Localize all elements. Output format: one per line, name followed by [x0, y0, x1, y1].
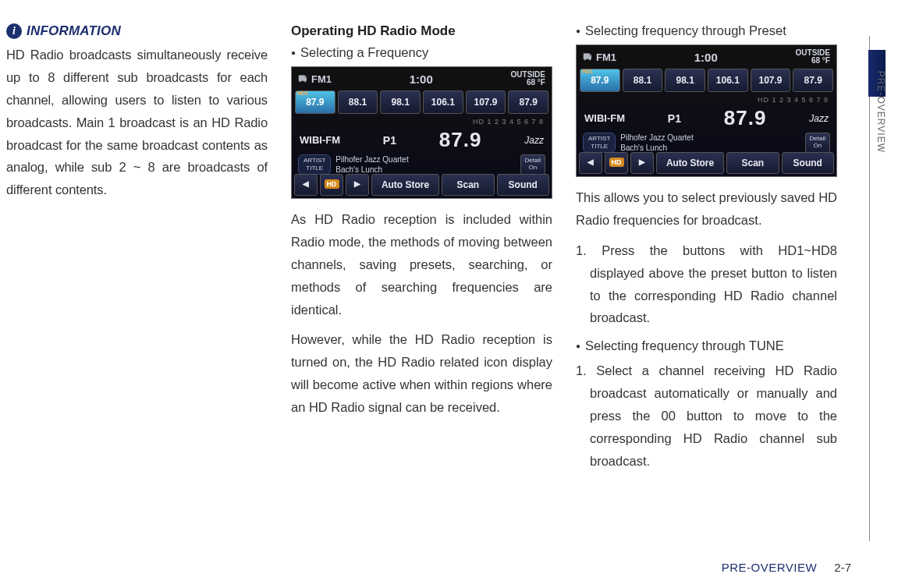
side-tab-label: PRE-OVERVIEW [875, 71, 886, 153]
preset-6[interactable]: 87.9 [793, 69, 833, 92]
genre-label: Jazz [809, 113, 829, 124]
footer-section: PRE-OVERVIEW [722, 561, 817, 574]
page-content: i INFORMATION HD Radio broadcasts simult… [0, 0, 898, 538]
station-name: WIBI-FM [300, 134, 340, 146]
info-body-text: HD Radio broadcasts simultaneously recei… [6, 44, 268, 201]
gps-icon: ⛟ [298, 74, 307, 83]
page-footer: PRE-OVERVIEW 2-7 [722, 561, 851, 574]
radio-temp: OUTSIDE68 °F [511, 71, 545, 87]
col2-paragraph-1: As HD Radio reception is included within… [291, 208, 552, 321]
bullet-dot-icon: ● [576, 27, 580, 35]
frequency-display: 87.9 [724, 106, 767, 130]
frequency-display: 87.9 [439, 128, 482, 152]
bullet-dot-icon: ● [291, 49, 296, 57]
auto-store-button[interactable]: Auto Store [371, 174, 439, 196]
preset-2[interactable]: 88.1 [623, 69, 663, 92]
side-divider [869, 36, 870, 541]
preset-row: HD187.9 88.1 98.1 106.1 107.9 87.9 [577, 67, 836, 94]
radio-screenshot-2: ⛟FM1 1:00 OUTSIDE68 °F HD187.9 88.1 98.1… [576, 44, 837, 177]
bullet-label: Selecting frequency through TUNE [585, 338, 784, 353]
col3-step-1: 1. Press the buttons with HD1~HD8 displa… [576, 239, 837, 330]
preset-1[interactable]: HD187.9 [295, 90, 335, 114]
bullet-tune: ● Selecting frequency through TUNE [576, 338, 837, 353]
col2-paragraph-2: However, while the HD Radio reception is… [291, 328, 552, 419]
info-icon: i [6, 23, 22, 39]
prev-button[interactable]: ◀ [579, 152, 602, 174]
scan-button[interactable]: Scan [442, 174, 494, 196]
radio-band: FM1 [311, 73, 332, 85]
preset-number: P1 [668, 112, 681, 125]
genre-label: Jazz [524, 135, 544, 146]
bullet-label: Selecting frequency through Preset [585, 23, 786, 38]
col3-paragraph-1: This allows you to select previously sav… [576, 186, 837, 232]
preset-1[interactable]: HD187.9 [580, 69, 620, 92]
bullet-preset: ● Selecting frequency through Preset [576, 23, 837, 38]
preset-row: HD187.9 88.1 98.1 106.1 107.9 87.9 [292, 89, 552, 115]
preset-3[interactable]: 98.1 [380, 90, 421, 114]
side-tab: PRE-OVERVIEW [868, 36, 898, 541]
scan-button[interactable]: Scan [726, 152, 779, 174]
sound-button[interactable]: Sound [497, 174, 549, 196]
column-2: Operating HD Radio Mode ● Selecting a Fr… [291, 23, 552, 530]
radio-time: 1:00 [694, 51, 718, 64]
preset-4[interactable]: 106.1 [423, 90, 463, 114]
station-name: WIBI-FM [584, 112, 625, 124]
prev-button[interactable]: ◀ [294, 174, 318, 196]
preset-3[interactable]: 98.1 [665, 69, 705, 92]
preset-number: P1 [383, 134, 396, 147]
next-button[interactable]: ▶ [630, 152, 654, 174]
column-1: i INFORMATION HD Radio broadcasts simult… [6, 23, 268, 530]
preset-5[interactable]: 107.9 [466, 90, 506, 114]
preset-4[interactable]: 106.1 [708, 69, 748, 92]
hd-channel-row: HD 1 2 3 4 5 6 7 8 [292, 115, 552, 128]
radio-time: 1:00 [410, 73, 433, 86]
auto-store-button[interactable]: Auto Store [656, 152, 724, 174]
radio-screenshot-1: ⛟FM1 1:00 OUTSIDE68 °F HD187.9 88.1 98.1… [291, 66, 552, 199]
bullet-dot-icon: ● [576, 342, 580, 350]
hd-button[interactable]: HD [320, 174, 343, 196]
radio-temp: OUTSIDE68 °F [796, 49, 830, 65]
preset-5[interactable]: 107.9 [751, 69, 791, 92]
sound-button[interactable]: Sound [782, 152, 834, 174]
info-label: INFORMATION [27, 23, 121, 39]
preset-2[interactable]: 88.1 [338, 90, 378, 114]
gps-icon: ⛟ [583, 52, 592, 62]
col3-step-2: 1. Select a channel receiving HD Radio b… [576, 360, 837, 472]
info-heading: i INFORMATION [6, 23, 268, 39]
bullet-selecting-frequency: ● Selecting a Frequency [291, 45, 552, 60]
next-button[interactable]: ▶ [346, 174, 369, 196]
hd-channel-row: HD 1 2 3 4 5 6 7 8 [577, 94, 836, 106]
column-3: ● Selecting frequency through Preset ⛟FM… [576, 23, 837, 530]
radio-band: FM1 [596, 51, 616, 63]
bullet-label: Selecting a Frequency [300, 45, 428, 60]
footer-page-number: 2-7 [834, 561, 851, 574]
preset-6[interactable]: 87.9 [508, 90, 548, 114]
hd-button[interactable]: HD [605, 152, 628, 174]
section-heading: Operating HD Radio Mode [291, 23, 552, 39]
